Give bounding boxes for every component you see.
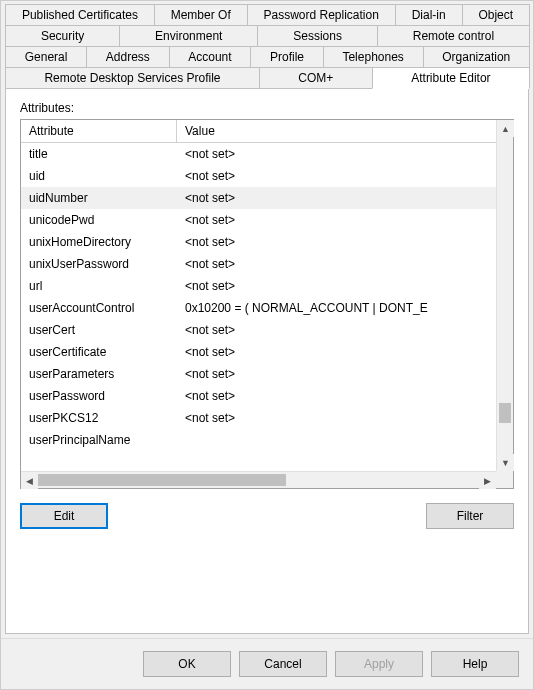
tab-remote-desktop-services-profile[interactable]: Remote Desktop Services Profile: [5, 67, 260, 89]
attribute-value: <not set>: [177, 408, 513, 428]
table-body[interactable]: title<not set>uid<not set>uidNumber<not …: [21, 143, 513, 488]
edit-button[interactable]: Edit: [20, 503, 108, 529]
attribute-name: userCert: [21, 320, 177, 340]
attributes-label: Attributes:: [20, 101, 514, 115]
table-row[interactable]: title<not set>: [21, 143, 513, 165]
tab-organization[interactable]: Organization: [423, 46, 530, 67]
apply-button[interactable]: Apply: [335, 651, 423, 677]
attribute-name: unixUserPassword: [21, 254, 177, 274]
dialog-button-row: OK Cancel Apply Help: [1, 638, 533, 689]
tab-sessions[interactable]: Sessions: [257, 25, 378, 46]
tab-account[interactable]: Account: [169, 46, 252, 67]
tab-general[interactable]: General: [5, 46, 87, 67]
attribute-value: <not set>: [177, 342, 513, 362]
table-header: Attribute Value: [21, 120, 513, 143]
vertical-scrollbar[interactable]: ▲ ▼: [496, 120, 513, 471]
tab-profile[interactable]: Profile: [250, 46, 323, 67]
column-value[interactable]: Value: [177, 120, 513, 142]
filter-button[interactable]: Filter: [426, 503, 514, 529]
table-row[interactable]: userPKCS12<not set>: [21, 407, 513, 429]
attribute-value: <not set>: [177, 276, 513, 296]
table-row[interactable]: userPassword<not set>: [21, 385, 513, 407]
attribute-name: userAccountControl: [21, 298, 177, 318]
table-row[interactable]: userParameters<not set>: [21, 363, 513, 385]
table-row[interactable]: url<not set>: [21, 275, 513, 297]
attribute-value: <not set>: [177, 386, 513, 406]
attributes-table: Attribute Value title<not set>uid<not se…: [20, 119, 514, 489]
attribute-value: <not set>: [177, 144, 513, 164]
tab-published-certificates[interactable]: Published Certificates: [5, 4, 155, 25]
attribute-value: <not set>: [177, 188, 513, 208]
attribute-name: userCertificate: [21, 342, 177, 362]
tab-content: Attributes: Attribute Value title<not se…: [5, 88, 529, 634]
attribute-name: uidNumber: [21, 188, 177, 208]
content-button-row: Edit Filter: [20, 503, 514, 529]
table-row[interactable]: unixUserPassword<not set>: [21, 253, 513, 275]
scroll-left-icon[interactable]: ◀: [21, 472, 38, 489]
tab-password-replication[interactable]: Password Replication: [247, 4, 396, 25]
attribute-value: [177, 430, 513, 450]
tab-object[interactable]: Object: [462, 4, 530, 25]
table-row[interactable]: uidNumber<not set>: [21, 187, 513, 209]
table-row[interactable]: userCertificate<not set>: [21, 341, 513, 363]
scroll-corner: [496, 471, 513, 488]
tab-attribute-editor[interactable]: Attribute Editor: [372, 67, 530, 89]
properties-dialog: Published CertificatesMember OfPassword …: [0, 0, 534, 690]
table-row[interactable]: userAccountControl0x10200 = ( NORMAL_ACC…: [21, 297, 513, 319]
vertical-scroll-thumb[interactable]: [499, 403, 511, 423]
tab-environment[interactable]: Environment: [119, 25, 258, 46]
table-row[interactable]: userPrincipalName: [21, 429, 513, 451]
attribute-value: <not set>: [177, 210, 513, 230]
scroll-right-icon[interactable]: ▶: [479, 472, 496, 489]
attribute-value: <not set>: [177, 320, 513, 340]
tab-strip: Published CertificatesMember OfPassword …: [1, 1, 533, 89]
attribute-value: <not set>: [177, 166, 513, 186]
column-attribute[interactable]: Attribute: [21, 120, 177, 142]
attribute-name: unixHomeDirectory: [21, 232, 177, 252]
table-row[interactable]: unixHomeDirectory<not set>: [21, 231, 513, 253]
tab-security[interactable]: Security: [5, 25, 120, 46]
help-button[interactable]: Help: [431, 651, 519, 677]
ok-button[interactable]: OK: [143, 651, 231, 677]
attribute-name: userPKCS12: [21, 408, 177, 428]
tab-dial-in[interactable]: Dial-in: [395, 4, 463, 25]
tab-remote-control[interactable]: Remote control: [377, 25, 530, 46]
attribute-value: <not set>: [177, 364, 513, 384]
horizontal-scrollbar[interactable]: ◀ ▶: [21, 471, 496, 488]
tab-telephones[interactable]: Telephones: [323, 46, 424, 67]
table-row[interactable]: unicodePwd<not set>: [21, 209, 513, 231]
scroll-up-icon[interactable]: ▲: [497, 120, 514, 137]
attribute-value: <not set>: [177, 254, 513, 274]
attribute-name: url: [21, 276, 177, 296]
tab-member-of[interactable]: Member Of: [154, 4, 248, 25]
table-row[interactable]: uid<not set>: [21, 165, 513, 187]
tab-address[interactable]: Address: [86, 46, 169, 67]
attribute-name: userPassword: [21, 386, 177, 406]
table-row[interactable]: userCert<not set>: [21, 319, 513, 341]
attribute-value: 0x10200 = ( NORMAL_ACCOUNT | DONT_E: [177, 298, 513, 318]
cancel-button[interactable]: Cancel: [239, 651, 327, 677]
horizontal-scroll-thumb[interactable]: [38, 474, 286, 486]
attribute-name: title: [21, 144, 177, 164]
attribute-value: <not set>: [177, 232, 513, 252]
attribute-name: userParameters: [21, 364, 177, 384]
attribute-name: userPrincipalName: [21, 430, 177, 450]
attribute-name: unicodePwd: [21, 210, 177, 230]
tab-com-[interactable]: COM+: [259, 67, 373, 89]
attribute-name: uid: [21, 166, 177, 186]
scroll-down-icon[interactable]: ▼: [497, 454, 514, 471]
